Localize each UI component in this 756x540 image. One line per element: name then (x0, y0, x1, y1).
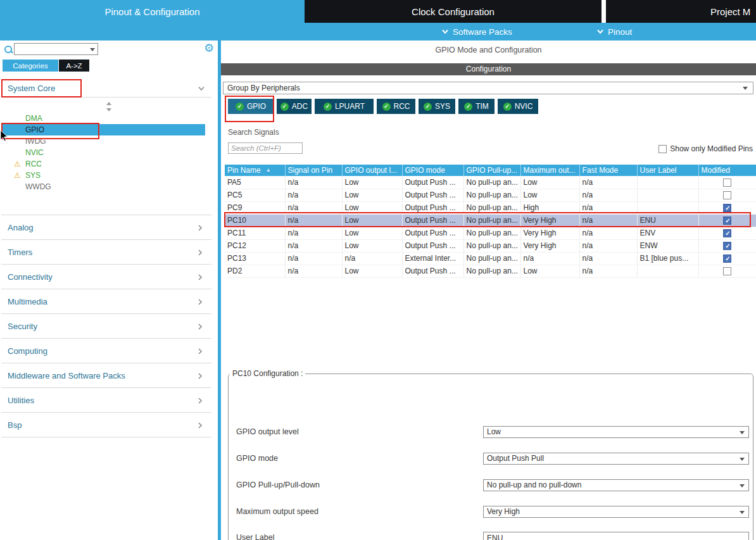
sidebar-section-middleware[interactable]: Middleware and Software Packs (1, 363, 211, 388)
field-label: User Label (236, 533, 274, 540)
peripheral-tab-adc[interactable]: ADC (277, 99, 312, 114)
peripheral-tab-gpio[interactable]: GPIO (228, 99, 274, 114)
peripheral-tab-sys[interactable]: SYS (419, 99, 455, 114)
section-label: Analog (8, 223, 33, 232)
cell-pull: No pull-up an... (463, 214, 520, 227)
peripheral-tab-tim[interactable]: TIM (458, 99, 495, 114)
gpio-mode-select[interactable]: Output Push Pull (483, 453, 749, 465)
sidebar-item-gpio[interactable]: GPIO (1, 124, 205, 135)
peripheral-tab-label: RCC (394, 102, 410, 111)
sidebar-section-multimedia[interactable]: Multimedia (1, 289, 211, 314)
modified-checkbox[interactable] (723, 179, 731, 187)
sidebar-item-label: WWDG (25, 181, 51, 192)
max-output-speed-select[interactable]: Very High (483, 506, 749, 518)
cell-pin-name: PC13 (225, 252, 285, 265)
pin-row-pc9[interactable]: PC9 n/a Low Output Push ... No pull-up a… (225, 201, 756, 214)
sort-toggle-icon[interactable] (106, 102, 112, 111)
chevron-down-icon (90, 48, 95, 51)
pin-row-pc10[interactable]: PC10 n/a Low Output Push ... No pull-up … (225, 214, 756, 227)
software-packs-menu[interactable]: Software Packs (441, 23, 512, 41)
cell-gpio-mode: Output Push ... (402, 176, 463, 189)
peripheral-tab-rcc[interactable]: RCC (377, 99, 415, 114)
col-header-output-level[interactable]: GPIO output l... (342, 165, 402, 176)
sidebar-item-wwdg[interactable]: WWDG (1, 181, 205, 192)
pin-row-pd2[interactable]: PD2 n/a Low Output Push ... No pull-up a… (225, 265, 756, 277)
col-header-pin-name[interactable]: Pin Name▲ (225, 165, 285, 176)
search-icon (4, 45, 13, 54)
mouse-cursor (0, 130, 8, 142)
section-label: Middleware and Software Packs (8, 371, 125, 380)
gpio-pull-select[interactable]: No pull-up and no pull-down (483, 479, 749, 491)
sidebar-section-timers[interactable]: Timers (1, 240, 211, 265)
sidebar-section-connectivity[interactable]: Connectivity (1, 265, 211, 289)
tab-separator (602, 0, 606, 23)
sidebar-section-computing[interactable]: Computing (1, 339, 211, 363)
sidebar-section-bsp[interactable]: Bsp (1, 413, 211, 437)
modified-checkbox[interactable] (723, 229, 731, 237)
section-label: Utilities (8, 396, 34, 405)
sidebar-tab-categories[interactable]: Categories (3, 60, 58, 72)
col-header-gpio-mode[interactable]: GPIO mode (402, 165, 463, 176)
gear-icon[interactable]: ⚙ (204, 41, 214, 55)
cell-output-level: Low (342, 214, 402, 227)
chevron-down-icon (740, 511, 745, 514)
cell-pull: No pull-up an... (463, 252, 520, 265)
col-header-pull[interactable]: GPIO Pull-up... (463, 165, 520, 176)
group-by-select[interactable]: Group By Peripherals (223, 82, 753, 94)
user-label-input[interactable] (483, 532, 749, 540)
tab-project-manager[interactable]: Project M (606, 0, 756, 23)
modified-checkbox[interactable] (723, 204, 731, 212)
col-header-signal[interactable]: Signal on Pin (285, 165, 342, 176)
config-row-gpio-mode: GPIO mode Output Push Pull (229, 453, 753, 465)
sort-asc-icon: ▲ (266, 167, 271, 173)
sidebar-section-analog[interactable]: Analog (1, 215, 211, 240)
cell-signal: n/a (285, 189, 342, 201)
pin-row-pc5[interactable]: PC5 n/a Low Output Push ... No pull-up a… (225, 189, 756, 201)
cell-gpio-mode: Output Push ... (402, 214, 463, 227)
pinout-menu[interactable]: Pinout (596, 23, 632, 41)
sidebar-item-rcc[interactable]: ⚠ RCC (1, 158, 205, 170)
section-label: Computing (8, 346, 47, 356)
cell-signal: n/a (285, 239, 342, 252)
select-value: Very High (487, 507, 520, 516)
sidebar-item-sys[interactable]: ⚠ SYS (1, 170, 205, 181)
show-modified-pins-toggle[interactable]: Show only Modified Pins (658, 144, 753, 153)
peripheral-tab-lpuart[interactable]: LPUART (315, 99, 374, 114)
tab-pinout-configuration[interactable]: Pinout & Configuration (0, 0, 305, 23)
modified-checkbox[interactable] (723, 254, 731, 263)
cell-output-level: Low (342, 239, 402, 252)
peripheral-tab-nvic[interactable]: NVIC (498, 99, 538, 114)
col-header-max-speed[interactable]: Maximum out... (520, 165, 579, 176)
modified-checkbox[interactable] (723, 217, 731, 225)
chevron-right-icon (198, 397, 203, 405)
modified-checkbox[interactable] (723, 242, 731, 250)
show-modified-checkbox[interactable] (658, 145, 667, 153)
warning-icon: ⚠ (14, 158, 21, 170)
cell-pin-name: PA5 (225, 176, 285, 189)
cell-max-speed: Very High (520, 239, 579, 252)
gpio-configuration-panel: GPIO Mode and Configuration Configuratio… (221, 41, 756, 540)
sidebar-item-nvic[interactable]: NVIC (1, 147, 205, 158)
col-header-modified[interactable]: Modified (698, 165, 756, 176)
category-system-core[interactable]: System Core (1, 80, 211, 97)
sidebar-tab-az[interactable]: A->Z (59, 60, 89, 72)
sidebar-item-iwdg[interactable]: IWDG (1, 135, 205, 147)
pin-row-pc11[interactable]: PC11 n/a Low Output Push ... No pull-up … (225, 227, 756, 239)
sidebar-section-utilities[interactable]: Utilities (1, 388, 211, 413)
modified-checkbox[interactable] (723, 191, 731, 199)
signal-search-input[interactable] (228, 142, 303, 154)
sidebar-section-security[interactable]: Security (1, 314, 211, 339)
col-header-fast-mode[interactable]: Fast Mode (579, 165, 637, 176)
pin-row-pc12[interactable]: PC12 n/a Low Output Push ... No pull-up … (225, 239, 756, 252)
modified-checkbox[interactable] (723, 267, 731, 275)
col-header-user-label[interactable]: User Label (637, 165, 698, 176)
chevron-right-icon (198, 348, 203, 355)
tab-clock-configuration[interactable]: Clock Configuration (305, 0, 602, 23)
sidebar-item-dma[interactable]: DMA (1, 113, 205, 124)
gpio-output-level-select[interactable]: Low (483, 426, 749, 438)
sidebar-search-combobox[interactable] (14, 43, 98, 55)
chevron-down-icon (740, 484, 745, 487)
chevron-down-icon (740, 431, 745, 434)
pin-row-pc13[interactable]: PC13 n/a n/a External Inter... No pull-u… (225, 252, 756, 265)
pin-row-pa5[interactable]: PA5 n/a Low Output Push ... No pull-up a… (225, 176, 756, 189)
